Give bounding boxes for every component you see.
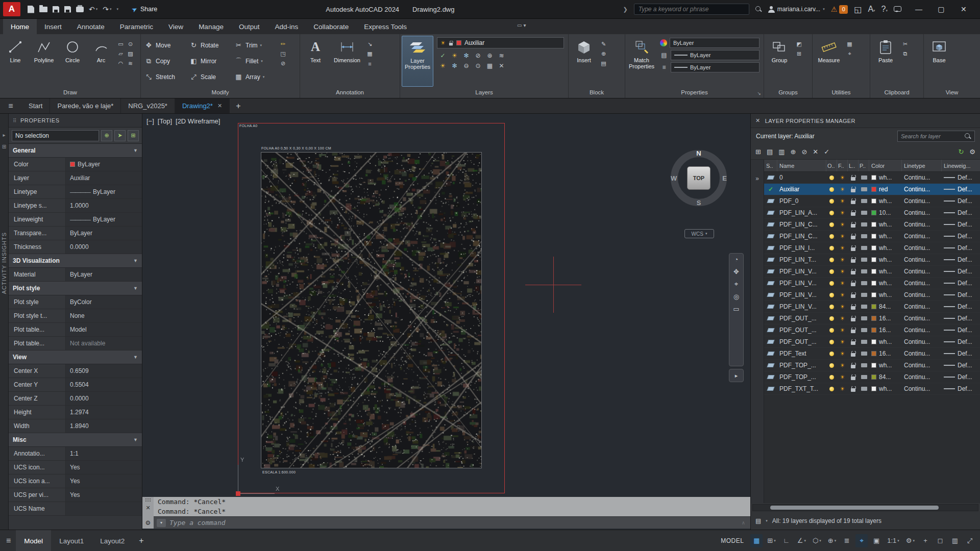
zoom-icon[interactable]: ⌖ [734, 280, 738, 288]
delete-layer-icon[interactable]: ✕ [813, 148, 818, 156]
ribbon-tab[interactable]: Home [3, 19, 37, 34]
property-row[interactable]: ▼ Lineweight ———— ByLayer [9, 213, 142, 227]
new-drawing-tab-button[interactable]: + [230, 98, 247, 113]
layer-color-cell[interactable]: wh... [869, 291, 902, 298]
grid-display-icon[interactable]: ▦ ▾ [750, 534, 763, 547]
property-row[interactable]: ▼ Plot table... ———— Model [9, 323, 142, 337]
property-value[interactable]: ———— Auxiliar [66, 171, 142, 185]
save-as-button[interactable] [64, 6, 71, 13]
property-row[interactable]: ▼ Thickness ———— 0.0000 [9, 240, 142, 254]
annotation-extra-icon[interactable]: ↘ [365, 39, 375, 49]
property-row[interactable]: ▼ Layer ———— Auxiliar [9, 171, 142, 185]
layer-freeze-toggle[interactable]: ☀ [837, 210, 848, 216]
draw-extra-icon[interactable]: ◠ [116, 59, 126, 68]
layer-color-cell[interactable]: 10... [869, 209, 902, 216]
property-row[interactable]: ▼ Plot style ———— ByColor [9, 295, 142, 309]
base-view-button[interactable]: Base ▼ [925, 36, 953, 87]
layer-lock-toggle[interactable] [848, 374, 859, 380]
property-row[interactable]: ▼ Annotatio... ———— 1:1 [9, 447, 142, 461]
set-current-layer-icon[interactable]: ✓ [824, 148, 829, 156]
property-value[interactable]: ———— 0.5504 [66, 378, 142, 391]
clipboard-panel-label[interactable]: Clipboard [870, 87, 923, 98]
layer-row[interactable]: ✓ PDF_Text ☀ 16... [764, 348, 980, 360]
wcs-selector[interactable]: WCS ▾ [684, 229, 714, 238]
layer-lock-toggle[interactable] [848, 339, 859, 345]
layer-plot-toggle[interactable] [859, 387, 869, 391]
layer-lock-toggle[interactable] [848, 257, 859, 263]
quick-select-button[interactable]: ⊞ [128, 130, 139, 141]
property-value[interactable]: ———— 1:1 [66, 447, 142, 460]
layer-plot-toggle[interactable] [859, 222, 869, 227]
property-row[interactable]: ▼ UCS per vi... ———— Yes [9, 488, 142, 502]
layer-lock-toggle[interactable] [848, 222, 859, 228]
layer-search-input[interactable] [901, 133, 962, 139]
layer-color-cell[interactable]: wh... [869, 256, 902, 263]
layer-search-box[interactable] [897, 131, 975, 142]
layer-lineweight-cell[interactable]: Def... [942, 362, 980, 369]
visual-style-control[interactable]: [2D Wireframe] [176, 117, 220, 125]
lineweight-list-icon[interactable]: ≡ [660, 64, 668, 71]
layer-on-toggle[interactable] [826, 234, 837, 239]
layer-row[interactable]: ✓ PDF_LIN_V... ☀ wh... [764, 278, 980, 289]
layer-plot-toggle[interactable] [859, 187, 869, 191]
utilities-extra-icon[interactable]: ⌖ [845, 49, 854, 59]
property-row[interactable]: General ▼ ———— [9, 144, 142, 158]
layer-plot-toggle[interactable] [859, 363, 869, 367]
layer-plot-toggle[interactable] [859, 293, 869, 297]
layer-lineweight-cell[interactable]: Def... [942, 233, 980, 240]
layer-lock-toggle[interactable] [848, 187, 859, 192]
layer-lineweight-cell[interactable]: Def... [942, 385, 980, 392]
layer-linetype-cell[interactable]: Continu... [902, 197, 942, 205]
refresh-icon[interactable]: ↻ [958, 148, 964, 156]
column-header[interactable]: Name [777, 160, 826, 171]
origin-grip[interactable] [236, 491, 240, 496]
collapse-section-icon[interactable]: ▼ [133, 286, 138, 291]
layer-color-cell[interactable]: wh... [869, 280, 902, 287]
column-header[interactable]: S.. [764, 160, 777, 171]
ribbon-tab[interactable]: Parametric [112, 19, 161, 34]
layer-linetype-cell[interactable]: Continu... [902, 362, 942, 369]
layer-on-toggle[interactable] [826, 246, 837, 251]
property-value[interactable]: ———— Not available [66, 337, 142, 350]
column-header[interactable]: P.. [859, 160, 869, 171]
layer-lineweight-cell[interactable]: Def... [942, 174, 980, 181]
layer-plot-toggle[interactable] [859, 234, 869, 238]
annotation-panel-label[interactable]: Annotation▼ [300, 87, 400, 98]
layer-lock-toggle[interactable] [848, 351, 859, 357]
layer-on-toggle[interactable] [826, 187, 837, 192]
layer-select-combo[interactable]: ☀ Auxiliar ▼ [437, 37, 564, 48]
layer-freeze-toggle[interactable]: ☀ [837, 327, 848, 334]
property-value[interactable]: ———— Yes [66, 488, 142, 502]
layer-row[interactable]: ✓ PDF_LIN_V... ☀ wh... [764, 289, 980, 301]
redo-button[interactable]: ↷▾ [103, 5, 111, 13]
layer-freeze-toggle[interactable]: ☀ [837, 304, 848, 310]
new-group-filter-icon[interactable]: ▤ [767, 148, 773, 156]
minimize-button[interactable]: — [908, 0, 930, 18]
stretch-tool-button[interactable]: ⤡ Stretch ▾ [142, 69, 187, 85]
compass-south[interactable]: S [697, 199, 701, 207]
layer-row[interactable]: ✓ PDF_OUT_... ☀ 16... [764, 313, 980, 324]
palette-grip-icon[interactable]: ⠿ [13, 118, 17, 123]
drag-handle-icon[interactable] [145, 498, 151, 503]
object-snap-icon[interactable]: ⊕ ▾ [826, 534, 838, 547]
layer-linetype-cell[interactable]: Continu... [902, 327, 942, 334]
modify-extra-icon[interactable]: ⊘ [278, 59, 288, 68]
layer-on-toggle[interactable] [826, 375, 837, 380]
layer-linetype-cell[interactable]: Continu... [902, 338, 942, 345]
modify-panel-label[interactable]: Modify▼ [141, 87, 300, 98]
layer-row[interactable]: ✓ PDF_TXT_T... ☀ wh... [764, 383, 980, 395]
layer-row[interactable]: ✓ PDF_OUT_... ☀ 16... [764, 324, 980, 336]
color-wheel-icon[interactable] [660, 39, 667, 46]
layer-lock-toggle[interactable] [848, 281, 859, 286]
layer-freeze-toggle[interactable]: ☀ [837, 362, 848, 369]
stay-connected-button[interactable]: A▾ [868, 5, 875, 14]
layer-color-cell[interactable]: wh... [869, 385, 902, 392]
ribbon-tab[interactable]: View [161, 19, 191, 34]
property-row[interactable]: ▼ Plot table... ———— Not available [9, 337, 142, 350]
layer-color-cell[interactable]: 84... [869, 373, 902, 381]
draw-extra-icon[interactable]: ▨ [126, 49, 135, 59]
select-objects-button[interactable]: ➤ [114, 130, 126, 141]
circle-tool-button[interactable]: Circle ▼ [59, 36, 86, 87]
document-tab[interactable]: Drawing2* ✕ [175, 98, 230, 113]
help-button[interactable]: ?▾ [881, 5, 888, 14]
